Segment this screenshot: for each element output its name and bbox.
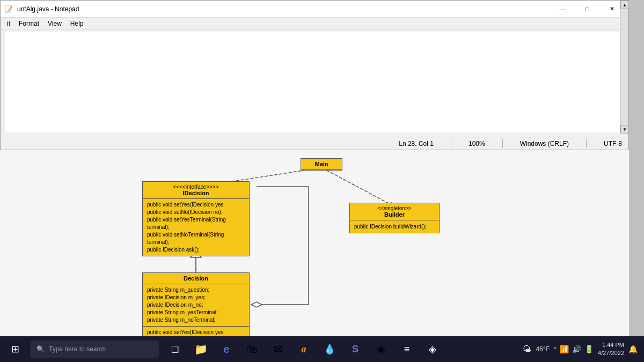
chrome-button[interactable]: ◉ — [369, 337, 393, 361]
divider2 — [502, 139, 503, 148]
media-icon: ≡ — [404, 344, 410, 355]
line-ending: Windows (CRLF) — [520, 140, 569, 147]
taskbar: ⊞ 🔍 Type here to search ❑ 📁 e 🛍 ✉ a 💧 S — [0, 336, 644, 362]
status-bar: Ln 28, Col 1 100% Windows (CRLF) UTF-8 — [1, 137, 628, 150]
decision-fields: private String m_question; private IDeci… — [143, 284, 249, 327]
divider1 — [451, 139, 451, 148]
editor-area[interactable] — [5, 32, 624, 132]
notepad-window: 📝 untAlg.java - Notepad — □ ✕ it Format … — [0, 0, 629, 150]
clock[interactable]: 1:44 PM 4/27/2022 — [598, 341, 624, 358]
diagram-area: Main <<<<interface>>>> IDecision public … — [0, 150, 629, 346]
zoom-level: 100% — [469, 140, 485, 147]
idecision-methods: public void setYes(IDecision yes public … — [143, 199, 249, 256]
window-title: untAlg.java - Notepad — [17, 5, 79, 13]
vpn-button[interactable]: ◈ — [421, 337, 444, 361]
notepad-icon: 📝 — [5, 5, 13, 13]
dropbox-button[interactable]: 💧 — [318, 337, 341, 361]
file-explorer-icon: 📁 — [194, 343, 208, 356]
scroll-down-btn[interactable]: ▼ — [620, 125, 629, 134]
media-button[interactable]: ≡ — [395, 337, 419, 361]
menu-item-help[interactable]: Help — [66, 19, 88, 28]
menu-bar: it Format View Help — [1, 18, 628, 29]
clock-date: 4/27/2022 — [598, 349, 624, 357]
decision-name: Decision — [184, 275, 208, 282]
idecision-name: IDecision — [183, 190, 209, 196]
notification-icon[interactable]: 🔔 — [628, 345, 638, 353]
decision-header: Decision — [143, 273, 249, 284]
clock-time: 1:44 PM — [598, 341, 624, 349]
search-placeholder: Type here to search — [49, 345, 106, 353]
idecision-header: <<<<interface>>>> IDecision — [143, 182, 249, 199]
main-header: Main — [301, 159, 342, 170]
menu-item-file[interactable]: it — [3, 19, 14, 28]
scroll-track — [620, 9, 628, 125]
minimize-button[interactable]: — — [550, 1, 575, 17]
idecision-stereotype: <<<<interface>>>> — [147, 184, 245, 190]
task-view-icon: ❑ — [171, 344, 179, 354]
mail-button[interactable]: ✉ — [266, 337, 290, 361]
store-icon: 🛍 — [247, 343, 258, 356]
svg-line-1 — [322, 168, 394, 206]
decision-uml-box: Decision private String m_question; priv… — [142, 272, 250, 346]
title-bar-left: 📝 untAlg.java - Notepad — [5, 5, 79, 13]
file-explorer-button[interactable]: 📁 — [189, 337, 213, 361]
task-view-button[interactable]: ❑ — [163, 337, 187, 361]
encoding: UTF-8 — [604, 140, 622, 147]
amazon-button[interactable]: a — [292, 337, 316, 361]
taskbar-app-icons: ❑ 📁 e 🛍 ✉ a 💧 S ◉ ≡ ◈ — [163, 337, 444, 361]
stripe-icon: S — [352, 344, 358, 355]
title-bar-controls: — □ ✕ — [550, 1, 624, 17]
vpn-icon: ◈ — [429, 343, 436, 355]
edge-icon: e — [223, 343, 229, 356]
diagram-connections — [0, 150, 629, 346]
chrome-icon: ◉ — [377, 343, 385, 355]
start-button[interactable]: ⊞ — [2, 336, 28, 362]
builder-uml-box: <<singleton>> Builder public IDecision b… — [349, 203, 440, 233]
network-icon: 📶 — [560, 345, 569, 353]
weather-temp: 46°F — [536, 345, 549, 353]
builder-stereotype: <<singleton>> — [354, 205, 435, 211]
store-button[interactable]: 🛍 — [240, 337, 264, 361]
mail-icon: ✉ — [274, 343, 283, 356]
stripe-button[interactable]: S — [343, 337, 367, 361]
edge-button[interactable]: e — [215, 337, 238, 361]
system-tray: 🌤 46°F ^ 📶 🔊 🔋 1:44 PM 4/27/2022 🔔 — [523, 341, 642, 358]
builder-methods: public IDecision buildWizard(); — [350, 220, 439, 233]
chevron-icon[interactable]: ^ — [554, 346, 557, 352]
scroll-up-btn[interactable]: ▲ — [620, 1, 629, 9]
start-icon: ⊞ — [11, 343, 19, 355]
weather-icon: 🌤 — [523, 344, 531, 354]
builder-header: <<singleton>> Builder — [350, 203, 439, 220]
divider3 — [586, 139, 587, 148]
taskbar-search-bar[interactable]: 🔍 Type here to search — [30, 341, 159, 358]
battery-icon: 🔋 — [584, 345, 594, 353]
main-label: Main — [314, 161, 328, 167]
cursor-position: Ln 28, Col 1 — [399, 140, 434, 147]
idecision-uml-box: <<<<interface>>>> IDecision public void … — [142, 181, 250, 256]
builder-name: Builder — [384, 211, 405, 218]
title-bar: 📝 untAlg.java - Notepad — □ ✕ — [1, 1, 628, 18]
dropbox-icon: 💧 — [324, 343, 335, 355]
sys-tray-icons: ^ 📶 🔊 🔋 — [554, 345, 594, 353]
amazon-icon: a — [302, 344, 306, 355]
svg-marker-9 — [251, 302, 262, 307]
sound-icon: 🔊 — [572, 345, 581, 353]
search-icon: 🔍 — [36, 345, 45, 353]
vertical-scrollbar[interactable]: ▲ ▼ — [620, 1, 628, 134]
menu-item-view[interactable]: View — [43, 19, 66, 28]
maximize-button[interactable]: □ — [575, 1, 599, 17]
main-uml-box: Main — [301, 158, 342, 171]
menu-item-format[interactable]: Format — [14, 19, 43, 28]
